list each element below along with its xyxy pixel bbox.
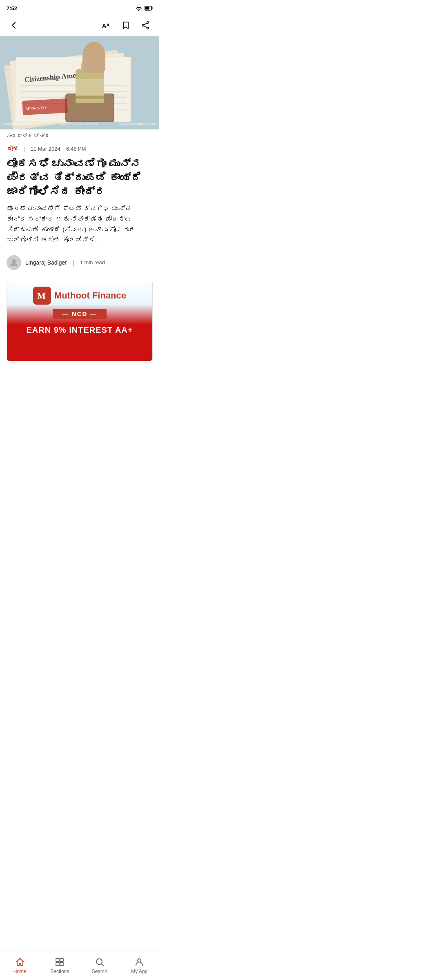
watermark-left: newindianexpress.com [3,122,41,126]
watermark: newindianexpress.com newindianexpress.co… [0,122,159,126]
article-title: ಲೋಕಸಭೆ ಚುನಾವಣೆಗೂ ಮುನ್ನ ಪೌರತ್ವ ತಿದ್ದುಪಡಿ … [0,156,159,203]
svg-rect-34 [99,48,103,60]
meta-divider: | [24,146,26,152]
svg-point-7 [142,24,144,26]
watermark-right: newindianexpress.com [118,122,156,126]
ad-banner[interactable]: M Muthoot Finance — NCD — EARN 9% INTERE… [7,280,153,361]
bookmark-button[interactable] [118,18,133,33]
article-category[interactable]: ದೇಶ [7,145,19,152]
wifi-icon [136,6,142,11]
svg-point-8 [147,27,149,29]
ad-bottom-text: EARN 9% INTEREST AA+ [27,325,133,335]
author-avatar [7,255,21,270]
read-time: 1 min read [80,259,105,265]
back-button[interactable] [7,18,21,33]
svg-point-0 [138,10,140,11]
article-date: 11 Mar 2024 6:48 PM [31,146,86,152]
ad-logo-icon: M [33,287,51,305]
svg-rect-31 [83,49,87,61]
ad-logo-area: M Muthoot Finance — NCD — [33,287,126,319]
ad-logo-top: M Muthoot Finance [33,287,126,305]
article-summary: ಲೋಸಭೆ ಚುನಾವಣೆಗೆ ಕೆಲವೇ ದಿನಗಳ ಮುನ್ನ ಕೇಂದ್ರ… [0,203,159,252]
svg-point-37 [12,259,16,263]
ad-brand-name: Muthoot Finance [54,290,126,301]
ad-ncd-label: — NCD — [53,309,107,319]
svg-rect-26 [76,100,104,103]
svg-rect-3 [145,7,149,10]
svg-point-6 [147,22,149,23]
nav-icons-right: A A [99,18,153,33]
svg-line-10 [144,26,147,28]
svg-text:A: A [102,22,106,29]
svg-rect-32 [88,47,92,61]
author-row: Lingaraj Badiger | 1 min read [0,252,159,276]
hero-image: Citizenship Ame [0,36,159,129]
watermark-center: newindianexpress.com [61,122,98,126]
svg-text:A: A [107,23,109,27]
svg-text:M: M [37,291,46,301]
status-icons [136,6,153,11]
author-divider: | [73,259,74,266]
svg-line-9 [144,23,147,25]
image-caption: ಸಾಂದರ್ಭಿಕ ಚಿತ್ರ [0,129,159,140]
status-time: 7:52 [7,5,17,11]
svg-rect-25 [76,96,104,99]
share-button[interactable] [138,18,153,33]
svg-rect-33 [94,47,98,61]
font-size-button[interactable]: A A [99,18,114,33]
article-meta: ದೇಶ | 11 Mar 2024 6:48 PM [0,140,159,156]
top-nav: A A [0,15,159,36]
battery-icon [145,6,153,11]
status-bar: 7:52 [0,0,159,15]
svg-rect-2 [152,7,153,9]
author-name: Lingaraj Badiger [25,259,67,266]
